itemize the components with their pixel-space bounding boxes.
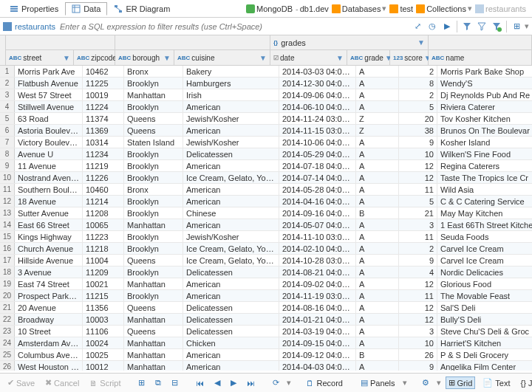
tab-er[interactable]: ER Diagram xyxy=(107,2,177,16)
table-row[interactable]: 26West Houston Street10012ManhattanAmeri… xyxy=(0,361,532,371)
cell-street[interactable]: West Houston Street xyxy=(15,361,83,371)
cell-cuisine[interactable]: American xyxy=(183,101,279,112)
cell-score[interactable]: 5 xyxy=(399,101,437,112)
table-row[interactable]: 14East 66 Street10065ManhattanAmerican20… xyxy=(0,219,532,231)
table-row[interactable]: 20Prospect Park West11215BrooklynAmerica… xyxy=(0,290,532,302)
cell-score[interactable]: 12 xyxy=(399,278,437,289)
cell-borough[interactable]: Brooklyn xyxy=(124,290,183,301)
cell-date[interactable]: 2014-03-03 04:00:00 xyxy=(279,66,356,77)
filter-icon[interactable]: ▼ xyxy=(417,38,425,47)
cell-grade[interactable]: A xyxy=(356,231,399,242)
cell-score[interactable]: 38 xyxy=(399,125,437,136)
cell-cuisine[interactable]: Jewish/Kosher xyxy=(183,113,279,124)
cell-name[interactable]: Seuda Foods xyxy=(437,231,532,242)
filter-clear-icon[interactable] xyxy=(475,20,488,33)
cell-date[interactable]: 2014-08-16 04:00:00 xyxy=(279,302,356,313)
table-row[interactable]: 2310 Street11106QueensDelicatessen2014-0… xyxy=(0,326,532,337)
group-main[interactable] xyxy=(115,35,270,50)
cell-zipcode[interactable]: 10314 xyxy=(83,137,124,148)
cell-date[interactable]: 2014-05-07 04:00:00 xyxy=(279,219,356,230)
col-street[interactable]: ABCstreet▼ xyxy=(6,50,74,65)
group-address[interactable] xyxy=(6,35,115,50)
cell-borough[interactable]: Queens xyxy=(124,255,183,266)
cell-street[interactable]: 18 Avenue xyxy=(15,196,83,207)
cell-name[interactable]: Glorious Food xyxy=(437,278,532,289)
cell-borough[interactable]: Queens xyxy=(124,125,183,136)
cell-street[interactable]: 10 Street xyxy=(15,326,83,337)
col-name[interactable]: ABCname xyxy=(429,50,532,65)
table-row[interactable]: 1218 Avenue11214BrooklynAmerican2014-04-… xyxy=(0,196,532,207)
cell-street[interactable]: Stillwell Avenue xyxy=(15,101,83,112)
cell-name[interactable]: Angelika Film Center xyxy=(437,361,532,371)
cell-borough[interactable]: Staten Island xyxy=(124,137,183,148)
crumb-mongodb[interactable]: MongoDB-db1.dev xyxy=(246,4,329,13)
cell-borough[interactable]: Brooklyn xyxy=(124,160,183,171)
edit-del-icon[interactable]: ⊟ xyxy=(168,376,181,389)
table-row[interactable]: 10Nostrand Avenue11226BrooklynIce Cream,… xyxy=(0,172,532,184)
filter-input[interactable] xyxy=(58,21,408,32)
edit-add-icon[interactable]: ⊞ xyxy=(135,376,148,389)
cell-zipcode[interactable]: 11214 xyxy=(83,196,124,207)
cell-grade[interactable]: Z xyxy=(356,113,399,124)
cell-street[interactable]: Flatbush Avenue xyxy=(15,78,83,89)
cell-cuisine[interactable]: Chicken xyxy=(183,337,279,348)
cell-name[interactable]: Kosher Island xyxy=(437,137,532,148)
cell-date[interactable]: 2014-12-30 04:00:00 xyxy=(279,78,356,89)
cell-zipcode[interactable]: 11225 xyxy=(83,78,124,89)
cell-date[interactable]: 2014-07-14 04:00:00 xyxy=(279,172,356,183)
cell-cuisine[interactable]: Chinese xyxy=(183,207,279,219)
cell-name[interactable]: Riviera Caterer xyxy=(437,101,532,112)
cell-zipcode[interactable]: 11209 xyxy=(83,267,124,278)
cell-name[interactable]: Wendy'S xyxy=(437,78,532,89)
cell-name[interactable]: May May Kitchen xyxy=(437,207,532,219)
cell-date[interactable]: 2014-09-16 04:00:00 xyxy=(279,207,356,219)
cell-borough[interactable]: Manhattan xyxy=(124,278,183,289)
cell-zipcode[interactable]: 10025 xyxy=(83,349,124,360)
crumb-collections[interactable]: Collections▾ xyxy=(416,4,472,13)
cell-cuisine[interactable]: American xyxy=(183,349,279,360)
cell-cuisine[interactable]: American xyxy=(183,125,279,136)
cell-name[interactable]: Bully'S Deli xyxy=(437,314,532,325)
cell-date[interactable]: 2014-07-18 04:00:00 xyxy=(279,160,356,171)
cell-name[interactable]: The Movable Feast xyxy=(437,290,532,301)
cell-grade[interactable]: B xyxy=(356,349,399,360)
cell-score[interactable]: 3 xyxy=(399,219,437,230)
filter-icon[interactable]: ▼ xyxy=(336,54,344,62)
cell-cuisine[interactable]: Delicatessen xyxy=(183,326,279,337)
group-name[interactable] xyxy=(429,35,532,50)
table-row[interactable]: 22Broadway10003ManhattanDelicatessen2014… xyxy=(0,314,532,326)
cell-zipcode[interactable]: 11218 xyxy=(83,243,124,254)
cell-zipcode[interactable]: 11106 xyxy=(83,326,124,337)
cell-grade[interactable]: Z xyxy=(356,125,399,136)
cell-zipcode[interactable]: 11224 xyxy=(83,101,124,112)
cell-date[interactable]: 2014-05-29 04:00:00 xyxy=(279,148,356,159)
cell-grade[interactable]: A xyxy=(356,290,399,301)
cell-date[interactable]: 2014-05-28 04:00:00 xyxy=(279,184,356,195)
cell-grade[interactable]: A xyxy=(356,78,399,89)
cell-name[interactable]: Carvel Ice Cream xyxy=(437,243,532,254)
cell-score[interactable]: 26 xyxy=(399,349,437,360)
cell-grade[interactable]: A xyxy=(356,255,399,266)
table-row[interactable]: 4Stillwell Avenue11224BrooklynAmerican20… xyxy=(0,101,532,113)
cell-borough[interactable]: Brooklyn xyxy=(124,172,183,183)
cell-cuisine[interactable]: Delicatessen xyxy=(183,314,279,325)
filter-icon[interactable]: ▼ xyxy=(259,54,267,62)
col-cuisine[interactable]: ABCcuisine▼ xyxy=(174,50,270,65)
cell-street[interactable]: Avenue U xyxy=(15,148,83,159)
cell-borough[interactable]: Manhattan xyxy=(124,314,183,325)
cell-street[interactable]: Morris Park Ave xyxy=(15,66,83,77)
cell-date[interactable]: 2014-01-21 04:00:00 xyxy=(279,314,356,325)
cell-street[interactable]: Hillside Avenue xyxy=(15,255,83,266)
table-row[interactable]: 24Amsterdam Avenue10024ManhattanChicken2… xyxy=(0,337,532,349)
cell-street[interactable]: Amsterdam Avenue xyxy=(15,337,83,348)
cell-street[interactable]: Nostrand Avenue xyxy=(15,172,83,183)
crumb-databases[interactable]: Databases▾ xyxy=(332,4,387,13)
cell-name[interactable]: Brunos On The Boulevar xyxy=(437,125,532,136)
cell-street[interactable]: Church Avenue xyxy=(15,243,83,254)
cell-date[interactable]: 2014-11-10 03:00:00 xyxy=(279,231,356,242)
refresh-icon[interactable]: ⟳ xyxy=(270,376,282,389)
table-row[interactable]: 6Astoria Boulevard11369QueensAmerican201… xyxy=(0,125,532,137)
filter-icon[interactable]: ▼ xyxy=(163,54,171,62)
group-grades[interactable]: {}grades▼ xyxy=(270,35,429,50)
view-grid-button[interactable]: ⊞Grid xyxy=(446,376,476,389)
